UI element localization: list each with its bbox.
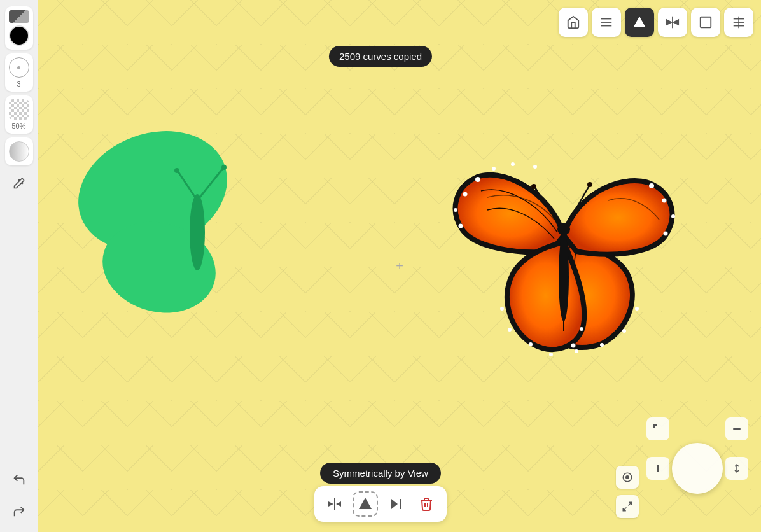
svg-point-41 xyxy=(500,307,504,311)
size-indicator[interactable] xyxy=(9,57,29,78)
svg-point-40 xyxy=(508,328,512,332)
svg-marker-50 xyxy=(391,499,398,509)
svg-point-21 xyxy=(454,208,457,212)
svg-rect-52 xyxy=(733,428,741,430)
svg-rect-53 xyxy=(657,465,659,472)
svg-point-22 xyxy=(459,224,463,228)
menu-button[interactable] xyxy=(592,8,621,37)
brush-preview[interactable] xyxy=(9,10,29,23)
svg-point-34 xyxy=(671,214,675,218)
svg-point-28 xyxy=(575,349,578,353)
symmetry-tooltip-text: Symmetrically by View xyxy=(333,468,428,479)
svg-point-39 xyxy=(529,342,533,346)
svg-point-25 xyxy=(533,165,537,169)
home-button[interactable] xyxy=(559,8,588,37)
corner-mr-button[interactable] xyxy=(725,457,748,480)
next-button[interactable] xyxy=(383,491,408,517)
joystick-container xyxy=(646,417,748,519)
joystick-area xyxy=(646,417,748,519)
svg-point-33 xyxy=(662,199,667,203)
eyedropper-button[interactable] xyxy=(5,169,33,197)
curves-copied-text: 2509 curves copied xyxy=(339,51,422,62)
svg-point-36 xyxy=(580,327,583,331)
opacity-grid[interactable] xyxy=(9,99,29,120)
select-button[interactable] xyxy=(625,8,654,37)
svg-marker-5 xyxy=(667,20,671,24)
corner-ml-button[interactable] xyxy=(646,457,669,480)
svg-marker-6 xyxy=(674,20,678,24)
svg-point-38 xyxy=(549,353,553,356)
more-button[interactable] xyxy=(724,8,753,37)
svg-point-24 xyxy=(511,162,515,166)
undo-button[interactable] xyxy=(5,466,33,494)
svg-point-17 xyxy=(174,168,179,173)
top-toolbar xyxy=(559,8,753,37)
circle-button[interactable] xyxy=(616,466,639,489)
svg-point-32 xyxy=(649,183,654,188)
joystick-center[interactable] xyxy=(672,443,723,494)
size-label: 3 xyxy=(17,80,20,88)
left-sidebar: 3 50% xyxy=(0,0,38,532)
svg-point-23 xyxy=(492,167,496,171)
svg-point-19 xyxy=(475,177,480,182)
svg-line-56 xyxy=(629,502,632,505)
redo-button[interactable] xyxy=(5,498,33,526)
svg-point-43 xyxy=(557,223,570,235)
svg-point-44 xyxy=(531,184,536,189)
svg-line-57 xyxy=(623,508,626,511)
svg-point-30 xyxy=(622,329,626,333)
mirror-button[interactable] xyxy=(658,8,687,37)
svg-point-55 xyxy=(626,476,629,479)
svg-point-45 xyxy=(587,182,592,187)
svg-marker-49 xyxy=(359,498,372,509)
svg-marker-47 xyxy=(328,501,333,507)
svg-point-42 xyxy=(559,232,569,321)
butterfly-green xyxy=(64,115,305,356)
bottom-icons-bar xyxy=(314,486,447,522)
flip-horizontal-button[interactable] xyxy=(322,491,347,517)
svg-point-18 xyxy=(221,165,227,170)
corner-tr-button[interactable] xyxy=(725,417,748,440)
curves-copied-tooltip: 2509 curves copied xyxy=(329,46,432,67)
center-crosshair: + xyxy=(396,259,403,274)
crop-button[interactable] xyxy=(691,8,720,37)
blur-button[interactable] xyxy=(9,141,29,162)
corner-arrow-button[interactable] xyxy=(616,495,639,518)
opacity-section: 50% xyxy=(5,95,33,134)
brush-section xyxy=(5,6,33,50)
svg-point-14 xyxy=(190,194,205,270)
corner-tl-button[interactable] xyxy=(646,417,669,440)
bottom-toolbar: Symmetrically by View xyxy=(314,463,447,522)
svg-marker-48 xyxy=(336,501,341,507)
symmetry-button[interactable] xyxy=(353,491,378,517)
center-line xyxy=(400,38,400,532)
svg-point-31 xyxy=(635,307,639,311)
svg-rect-7 xyxy=(701,17,711,28)
size-section: 3 xyxy=(5,53,33,92)
bottom-tooltip-label: Symmetrically by View xyxy=(320,463,441,484)
delete-button[interactable] xyxy=(414,491,439,517)
svg-point-35 xyxy=(664,232,668,236)
svg-point-20 xyxy=(463,192,468,197)
smudge-section xyxy=(5,137,33,165)
svg-point-29 xyxy=(600,343,604,347)
svg-marker-3 xyxy=(634,17,645,27)
opacity-label: 50% xyxy=(11,122,25,130)
svg-point-37 xyxy=(571,344,576,348)
extra-buttons xyxy=(616,466,639,518)
color-swatch[interactable] xyxy=(9,25,29,46)
butterfly-orange xyxy=(436,127,678,356)
